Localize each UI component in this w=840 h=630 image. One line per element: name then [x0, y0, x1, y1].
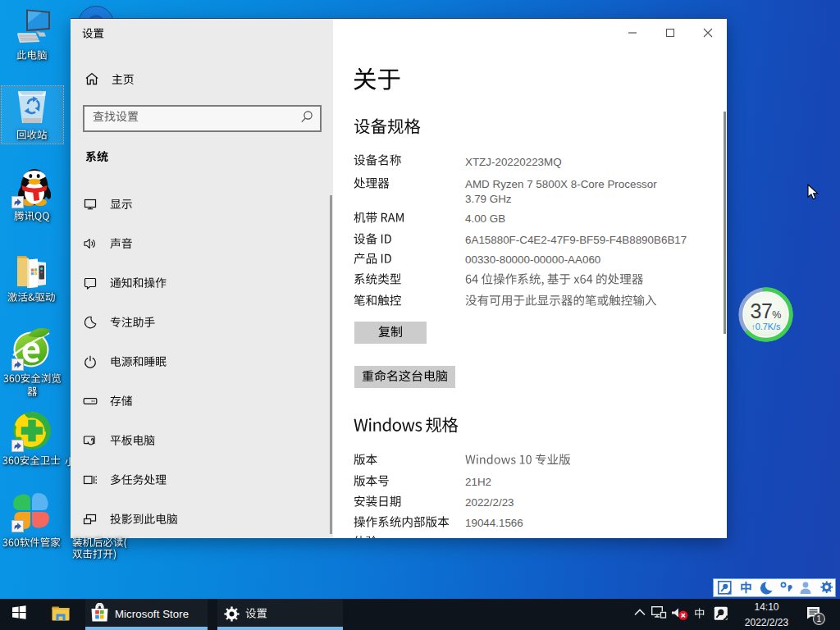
svg-text:1: 1	[817, 614, 822, 623]
